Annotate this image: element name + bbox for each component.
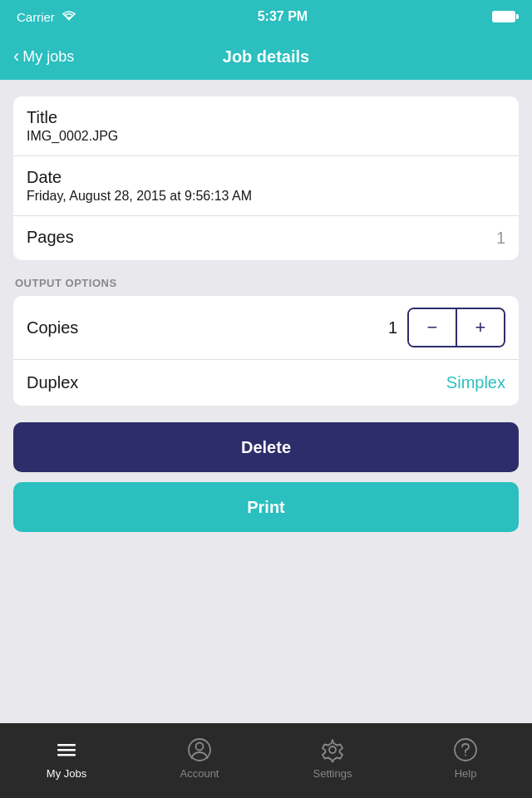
copies-row: Copies 1 − + xyxy=(13,296,519,360)
wifi-icon xyxy=(62,10,76,24)
tab-account-label: Account xyxy=(180,767,219,780)
duplex-value: Simplex xyxy=(446,373,505,392)
svg-rect-2 xyxy=(57,754,76,756)
time-label: 5:37 PM xyxy=(258,9,308,23)
help-icon xyxy=(451,736,480,764)
carrier-label: Carrier xyxy=(17,10,55,24)
copies-label: Copies xyxy=(27,318,78,337)
my-jobs-icon xyxy=(52,736,81,764)
tab-account[interactable]: Account xyxy=(133,736,266,780)
pages-field-value: 1 xyxy=(496,229,505,248)
output-options-card: Copies 1 − + Duplex Simplex xyxy=(13,296,519,406)
title-field-label: Title xyxy=(27,108,505,127)
nav-title: Job details xyxy=(223,47,309,66)
duplex-row: Duplex Simplex xyxy=(13,360,519,406)
settings-icon xyxy=(318,736,347,764)
decrement-button[interactable]: − xyxy=(409,309,456,346)
date-field-label: Date xyxy=(27,168,505,187)
delete-button[interactable]: Delete xyxy=(13,422,519,472)
svg-point-5 xyxy=(329,746,336,753)
title-field-value: IMG_0002.JPG xyxy=(27,129,505,144)
svg-point-7 xyxy=(465,754,466,756)
tab-bar: My Jobs Account Settings xyxy=(0,723,532,798)
back-chevron-icon: ‹ xyxy=(13,47,19,66)
title-row: Title IMG_0002.JPG xyxy=(13,96,519,156)
battery-icon xyxy=(492,11,515,22)
print-button[interactable]: Print xyxy=(13,482,519,532)
tab-help[interactable]: Help xyxy=(399,736,532,780)
increment-button[interactable]: + xyxy=(457,309,504,346)
pages-row: Pages 1 xyxy=(13,216,519,260)
tab-my-jobs[interactable]: My Jobs xyxy=(0,736,133,780)
tab-my-jobs-label: My Jobs xyxy=(47,767,86,780)
main-content: Title IMG_0002.JPG Date Friday, August 2… xyxy=(0,80,532,532)
date-field-value: Friday, August 28, 2015 at 9:56:13 AM xyxy=(27,189,505,204)
tab-settings[interactable]: Settings xyxy=(266,736,399,780)
status-bar: Carrier 5:37 PM xyxy=(0,0,532,33)
duplex-label: Duplex xyxy=(27,373,78,392)
account-icon xyxy=(185,736,214,764)
copies-stepper: − + xyxy=(407,308,505,347)
pages-field-label: Pages xyxy=(27,228,74,247)
tab-settings-label: Settings xyxy=(313,767,352,780)
copies-value: 1 xyxy=(388,318,397,337)
tab-help-label: Help xyxy=(455,767,477,780)
back-label: My jobs xyxy=(22,48,74,66)
svg-rect-1 xyxy=(57,749,76,751)
nav-bar: ‹ My jobs Job details xyxy=(0,33,532,80)
back-button[interactable]: ‹ My jobs xyxy=(13,48,74,66)
output-options-label: OUTPUT OPTIONS xyxy=(13,277,519,289)
svg-point-4 xyxy=(196,742,204,750)
job-info-card: Title IMG_0002.JPG Date Friday, August 2… xyxy=(13,96,519,260)
svg-rect-0 xyxy=(57,744,76,746)
date-row: Date Friday, August 28, 2015 at 9:56:13 … xyxy=(13,156,519,216)
